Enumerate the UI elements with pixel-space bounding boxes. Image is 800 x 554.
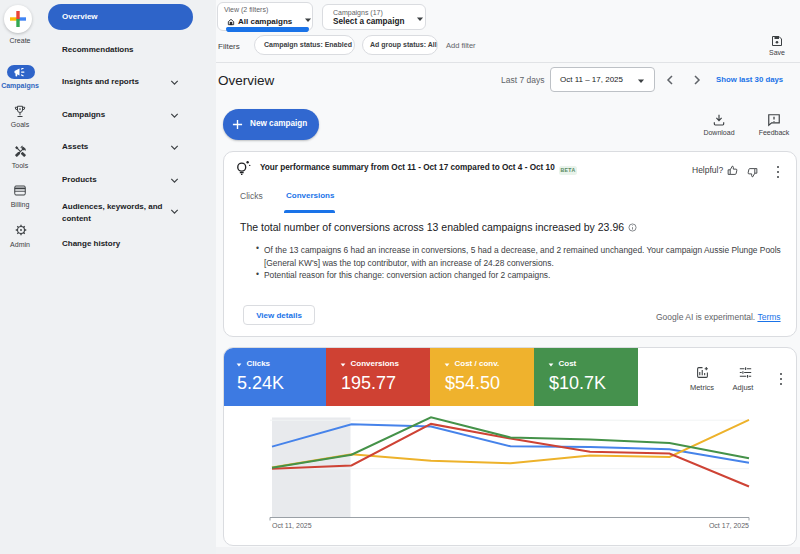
- svg-text:Oct 11, 2025: Oct 11, 2025: [272, 522, 312, 529]
- svg-text:Oct 17, 2025: Oct 17, 2025: [709, 522, 749, 529]
